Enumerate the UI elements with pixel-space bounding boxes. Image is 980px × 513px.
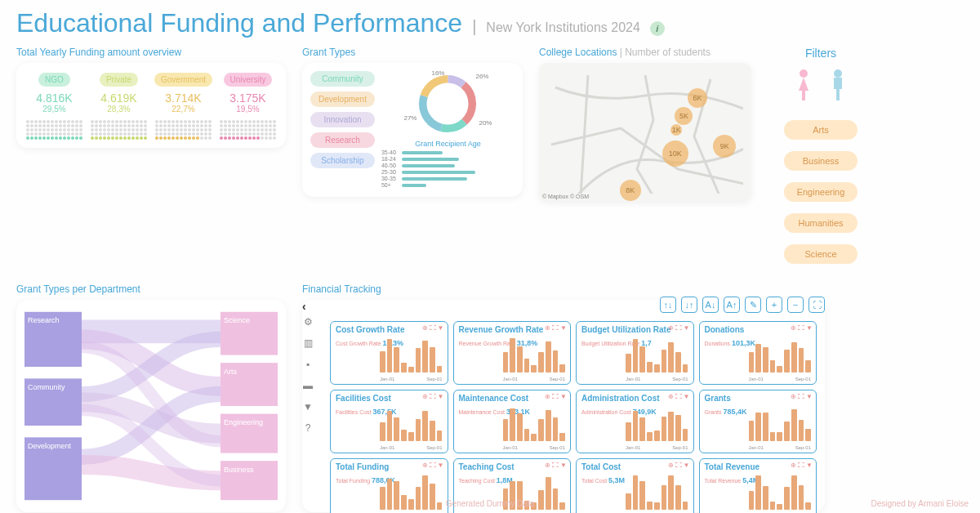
ft-card-action-icon[interactable]: ⊕ (668, 324, 674, 332)
ft-card-action-icon[interactable]: ⊕ (791, 324, 796, 332)
tag-icon[interactable]: ▬ (302, 380, 314, 391)
ft-card-action-icon[interactable]: ⊕ (422, 324, 428, 332)
info-icon[interactable]: i (650, 21, 665, 36)
funding-pill[interactable]: University (224, 73, 273, 87)
ft-card-action-icon[interactable]: ▼ (684, 324, 690, 332)
ft-card-action-icon[interactable]: ▼ (438, 393, 444, 400)
grant-pill-innovation[interactable]: Innovation (310, 112, 375, 127)
sparkline-axis: Jan-01Sep-01 (380, 445, 443, 450)
ft-card-action-icon[interactable]: ⊕ (668, 393, 674, 400)
sankey-label: Business (224, 466, 254, 474)
ft-card-action-icon[interactable]: ⊕ (545, 462, 550, 469)
ft-card[interactable]: Revenue Growth RateRevenue Growth Rate 3… (453, 321, 572, 385)
age-row: 25-30 (381, 169, 514, 175)
map-bubble[interactable]: 6K (688, 88, 707, 108)
title-separator: | (472, 17, 476, 36)
ft-card-action-icon[interactable]: ⛶ (552, 462, 559, 469)
funding-pill[interactable]: NGO (38, 73, 70, 87)
funding-value: 4.816K (24, 91, 84, 105)
filters-panel: Filters ArtsBusinessEngineeringHumanitie… (768, 47, 874, 275)
ft-card[interactable]: Cost Growth RateCost Growth Rate 16,3%⊕⛶… (330, 321, 448, 385)
ft-card[interactable]: Maintenance CostMaintenance Cost 383,1K⊕… (453, 390, 572, 453)
fullscreen-icon[interactable]: ⛶ (808, 297, 825, 313)
ft-card[interactable]: GrantsGrants 785,4K⊕⛶▼Jan-01Sep-01 (699, 390, 817, 453)
ft-card-action-icon[interactable]: ▼ (560, 324, 567, 332)
ft-card-action-icon[interactable]: ⊕ (791, 393, 796, 400)
sparkline-axis: Jan-01Sep-01 (749, 377, 812, 381)
chart-icon[interactable]: ▥ (302, 337, 314, 349)
ft-card-action-icon[interactable]: ▼ (560, 393, 567, 400)
sort-asc-icon[interactable]: ↑↓ (660, 297, 676, 313)
ft-card-action-icon[interactable]: ▼ (438, 324, 444, 332)
ft-card[interactable]: DonationsDonations 101,3K⊕⛶▼Jan-01Sep-01 (699, 321, 817, 385)
ft-card-action-icon[interactable]: ⊕ (545, 324, 550, 332)
ft-card[interactable]: Facilities CostFacilities Cost 367,5K⊕⛶▼… (330, 390, 448, 453)
ft-card[interactable]: Administration CostAdministration Cost 7… (576, 390, 694, 453)
page-title: Educational Funding and Performance (16, 8, 462, 38)
ft-card-action-icon[interactable]: ▼ (438, 462, 444, 469)
ft-card-action-icon[interactable]: ⊕ (668, 462, 674, 469)
ft-card[interactable]: Total CostTotal Cost 5,3M⊕⛶▼Jan-01Sep-01 (576, 458, 694, 513)
funding-pill[interactable]: Private (100, 73, 138, 87)
ft-card-action-icon[interactable]: ▼ (684, 393, 690, 400)
age-label: 18-24 (381, 156, 399, 162)
map-bubble[interactable]: 10K (662, 141, 688, 167)
map-bubble[interactable]: 1K (670, 124, 682, 136)
ft-card-action-icon[interactable]: ⛶ (430, 462, 436, 469)
zoom-out-icon[interactable]: − (787, 297, 804, 313)
filter-pill-humanities[interactable]: Humanities (784, 213, 858, 233)
female-icon[interactable] (794, 68, 813, 104)
ft-card[interactable]: Total FundingTotal Funding 788,0K⊕⛶▼Jan-… (330, 458, 448, 513)
ft-card-action-icon[interactable]: ▼ (806, 324, 813, 332)
ft-card[interactable]: Total RevenueTotal Revenue 5,4M⊕⛶▼Jan-01… (699, 458, 817, 513)
grant-pill-scholarship[interactable]: Scholarship (310, 153, 375, 168)
filter-pill-business[interactable]: Business (784, 151, 858, 171)
grant-pill-research[interactable]: Research (310, 132, 375, 148)
sort-desc-icon[interactable]: ↓↑ (681, 297, 697, 313)
ft-card-action-icon[interactable]: ⊕ (791, 462, 796, 469)
filter-pill-science[interactable]: Science (784, 244, 858, 264)
ft-card-action-icon[interactable]: ⊕ (422, 462, 428, 469)
ft-card-action-icon[interactable]: ⊕ (545, 393, 550, 400)
back-icon[interactable]: ‹ (302, 300, 306, 313)
ft-card-action-icon[interactable]: ▼ (684, 462, 690, 469)
ft-card-action-icon[interactable]: ⛶ (675, 393, 682, 400)
sankey-card[interactable]: ResearchCommunityDevelopment ScienceArts… (16, 300, 286, 512)
map-bubble[interactable]: 8K (620, 180, 641, 201)
ft-card-action-icon[interactable]: ⊕ (422, 393, 428, 400)
funding-overview-card: NGO4.816K29,5%Private4.619K28,3%Governme… (16, 63, 286, 148)
ft-card-action-icon[interactable]: ⛶ (798, 324, 804, 332)
funding-value: 3.175K (218, 91, 278, 105)
ft-card-action-icon[interactable]: ⛶ (552, 324, 559, 332)
zoom-in-icon[interactable]: + (766, 297, 782, 313)
ft-card-action-icon[interactable]: ▼ (560, 462, 567, 469)
sort-az-icon[interactable]: A↓ (702, 297, 719, 313)
filter-pill-engineering[interactable]: Engineering (784, 182, 858, 202)
filter-icon[interactable]: ▼ (302, 401, 314, 413)
ft-card-action-icon[interactable]: ⛶ (798, 462, 804, 469)
ft-card[interactable]: Budget Utilization RateBudget Utilizatio… (576, 321, 694, 385)
grant-pill-development[interactable]: Development (310, 91, 375, 107)
help-icon[interactable]: ? (302, 422, 314, 434)
header: Educational Funding and Performance | Ne… (16, 8, 964, 38)
ft-card-action-icon[interactable]: ▼ (806, 462, 813, 469)
ft-card-action-icon[interactable]: ⛶ (552, 393, 559, 400)
ft-card-action-icon[interactable]: ▼ (806, 393, 813, 400)
filters-title: Filters (768, 47, 874, 60)
ft-card-action-icon[interactable]: ⛶ (675, 462, 682, 469)
map-roads (547, 71, 743, 194)
paint-icon[interactable]: ▪ (302, 359, 314, 370)
sort-za-icon[interactable]: A↑ (724, 297, 740, 313)
funding-pill[interactable]: Government (154, 73, 212, 87)
brush-icon[interactable]: ✎ (745, 297, 761, 313)
grant-pill-community[interactable]: Community (310, 71, 375, 87)
gear-icon[interactable]: ⚙ (302, 316, 314, 328)
filter-pill-arts[interactable]: Arts (784, 120, 858, 140)
male-icon[interactable] (828, 68, 848, 104)
ft-card-action-icon[interactable]: ⛶ (675, 324, 682, 332)
map-card[interactable]: 6K5K1K10K9K8K © Mapbox © OSM (539, 63, 751, 202)
ft-card-action-icon[interactable]: ⛶ (798, 393, 804, 400)
sparkline-bars (626, 410, 688, 441)
ft-card-action-icon[interactable]: ⛶ (430, 324, 436, 332)
ft-card-action-icon[interactable]: ⛶ (430, 393, 436, 400)
